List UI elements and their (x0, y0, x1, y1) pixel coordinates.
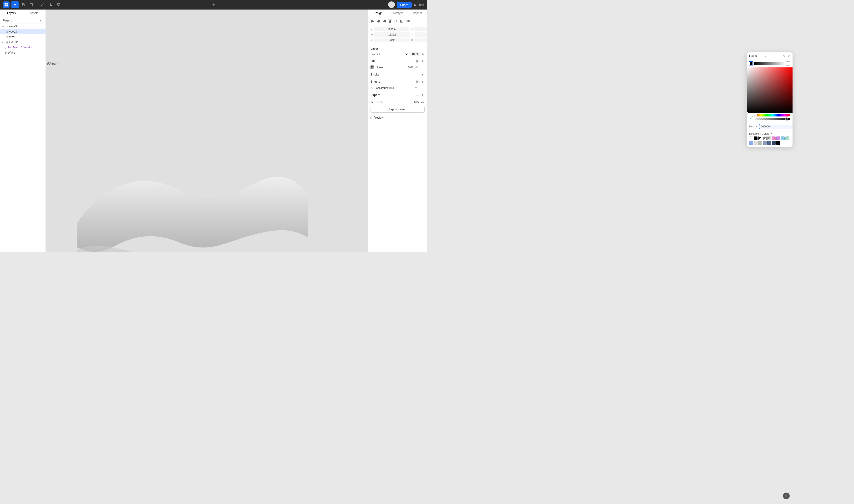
svg-rect-14 (372, 21, 374, 22)
left-panel: Layers Assets Page 1 ▼ — □ wave3 — □ wav… (0, 10, 46, 252)
effects-grid-btn[interactable]: ⊞ (415, 79, 420, 84)
pen-tool[interactable] (39, 1, 46, 8)
export-format: SVG (413, 101, 419, 104)
play-button[interactable]: ▶ (414, 3, 416, 7)
rotation-input[interactable] (374, 38, 410, 42)
export-section-header: Export — + (368, 91, 427, 98)
logo-button[interactable] (3, 1, 10, 8)
y-input[interactable] (414, 27, 427, 32)
preview-label: Preview (373, 116, 384, 119)
svg-rect-7 (30, 4, 32, 6)
canvas-svg (46, 10, 368, 252)
visibility-toggle[interactable]: 👁 (422, 52, 425, 56)
svg-rect-3 (6, 5, 8, 6)
fill-type: Linear (376, 66, 403, 69)
h-input[interactable] (415, 32, 427, 37)
fill-row: Linear 50% 👁 — (368, 64, 427, 71)
export-add-btn[interactable]: + (420, 93, 425, 97)
fill-visibility[interactable]: 👁 (415, 65, 419, 70)
align-left[interactable] (371, 19, 375, 23)
fill-color-swatch[interactable] (371, 66, 374, 69)
effect-icon: ☀ (371, 86, 373, 90)
preview-arrow: ▶ (371, 116, 372, 119)
page-header: Page 1 ▼ (0, 17, 46, 24)
svg-rect-19 (384, 20, 386, 21)
effect-curve-btn[interactable]: 〜 (415, 86, 419, 90)
layer-name-5: Top Menu / Desktop (7, 46, 33, 49)
tab-design[interactable]: Design (368, 10, 388, 17)
svg-rect-20 (383, 21, 386, 22)
align-bottom[interactable] (399, 19, 404, 23)
expand-icon: + (2, 41, 5, 43)
align-right[interactable] (382, 19, 387, 23)
x-input[interactable] (374, 27, 409, 32)
layers-list: — □ wave3 — □ wave3 — □ wave1 + ▣ Course (0, 24, 46, 252)
layer-item-wave1[interactable]: — □ wave1 (0, 34, 46, 39)
export-button[interactable]: Export wave3 (371, 106, 425, 113)
fill-remove[interactable]: — (420, 65, 425, 70)
effect-remove-btn[interactable]: — (420, 86, 425, 90)
layer-section-header: Layer (368, 45, 427, 51)
zoom-control[interactable]: 49% (419, 3, 424, 6)
layer-item-course[interactable]: + ▣ Course (0, 39, 46, 45)
main-area: Layers Assets Page 1 ▼ — □ wave3 — □ wav… (0, 10, 427, 252)
svg-rect-32 (409, 20, 410, 22)
svg-rect-1 (6, 3, 8, 4)
w-label: W (371, 33, 373, 36)
layer-name: wave3 (8, 25, 17, 28)
export-settings: 1x Suffix SVG ••• Export wave3 (368, 98, 427, 114)
export-suffix: Suffix (377, 101, 412, 104)
wave-group-icon: ▣ (5, 51, 7, 54)
layer-item-wave[interactable]: ▣ Wave (0, 50, 46, 55)
x-label: X (371, 28, 372, 31)
collapse-icon: — (2, 25, 5, 28)
tab-assets[interactable]: Assets (23, 10, 46, 17)
svg-rect-4 (22, 4, 24, 6)
shape-tool[interactable] (28, 1, 35, 8)
svg-rect-29 (402, 20, 402, 23)
fill-add-btn[interactable]: + (420, 59, 425, 64)
effects-section-header: Effects ⊞ + (368, 78, 427, 85)
export-more-btn[interactable]: ••• (420, 100, 425, 105)
rotation-icon: ↺ (371, 39, 372, 41)
collapse-icon-2: — (2, 31, 5, 33)
select-tool[interactable] (12, 1, 19, 8)
comment-tool[interactable] (55, 1, 62, 8)
layer-label: Layer (371, 47, 378, 50)
align-center-h[interactable] (376, 19, 381, 23)
canvas[interactable]: Wave (46, 10, 368, 252)
opacity-input[interactable] (410, 52, 420, 56)
tab-prototype[interactable]: Prototype (388, 10, 407, 17)
layer-name-2: wave3 (8, 30, 17, 33)
hand-tool[interactable] (47, 1, 54, 8)
collapse-icon-3: — (2, 36, 5, 38)
layer-item-topmenu[interactable]: ◇ Top Menu / Desktop (0, 45, 46, 50)
effect-bg-blur: ☀ Background Blur 〜 — (368, 85, 427, 91)
y-label: Y (411, 28, 412, 31)
layer-item-wave3-1[interactable]: — □ wave3 (0, 24, 46, 29)
share-button[interactable]: Share (397, 2, 412, 8)
distribute-h[interactable] (406, 19, 411, 23)
layer-name-4: Course (9, 40, 19, 44)
layer-item-wave3-2[interactable]: — □ wave3 (0, 29, 46, 34)
w-input[interactable] (374, 32, 410, 37)
fill-grid-btn[interactable]: ⊞ (415, 59, 420, 64)
toolbar: ✦ Share ▶ 49% (0, 0, 427, 10)
align-top[interactable] (388, 19, 392, 23)
export-collapse-btn[interactable]: — (415, 93, 420, 97)
wave-label: Wave (47, 61, 58, 67)
tab-layers[interactable]: Layers (0, 10, 23, 17)
frame-tool[interactable] (20, 1, 27, 8)
toolbar-center: ✦ (212, 2, 215, 7)
effects-add-btn[interactable]: + (420, 79, 425, 84)
svg-rect-22 (389, 20, 390, 23)
align-middle-v[interactable] (393, 19, 398, 23)
blend-mode-select[interactable]: Normal (371, 52, 408, 56)
preview-row[interactable]: ▶ Preview (368, 114, 427, 121)
corner-input[interactable] (415, 38, 427, 42)
fill-opacity: 50% (405, 66, 413, 69)
right-panel-tabs: Design Prototype Inspect (368, 10, 427, 17)
tab-inspect[interactable]: Inspect (407, 10, 427, 17)
stroke-add-btn[interactable]: + (420, 72, 425, 77)
position-section: X Y W H ⛓ ↺ ◉ ••• (368, 25, 427, 45)
